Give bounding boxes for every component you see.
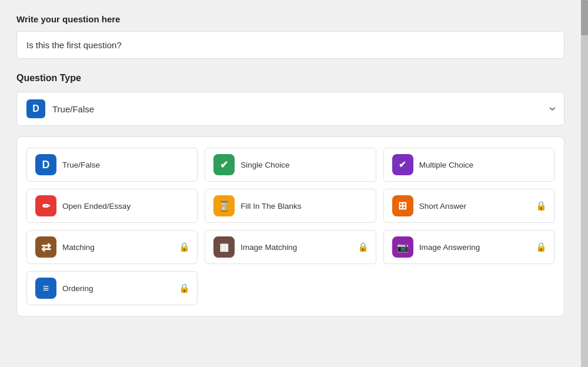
type-item-fill-blanks[interactable]: ⌛ Fill In The Blanks [205, 189, 376, 223]
lock-icon: 🔒 [536, 242, 547, 252]
type-selector-dropdown[interactable]: D True/False › [16, 92, 564, 126]
selected-type-icon: D [26, 99, 45, 118]
type-selector-left: D True/False [26, 99, 94, 118]
fill-blanks-label: Fill In The Blanks [240, 202, 367, 211]
lock-icon: 🔒 [179, 242, 190, 252]
scrollbar[interactable] [581, 0, 588, 367]
chevron-down-icon: › [544, 106, 560, 111]
type-item-image-answering[interactable]: 📷 Image Answering 🔒 [383, 230, 554, 264]
lock-icon: 🔒 [536, 201, 547, 211]
type-item-true-false[interactable]: D True/False [26, 148, 198, 182]
scrollbar-thumb[interactable] [581, 0, 588, 35]
image-matching-icon: ▦ [213, 236, 235, 258]
question-type-dropdown-panel: D True/False ✔ Single Choice ✔ Multiple … [16, 136, 564, 316]
type-item-ordering[interactable]: ≡ Ordering 🔒 [26, 271, 198, 305]
lock-icon: 🔒 [179, 283, 190, 293]
ordering-icon: ≡ [35, 278, 56, 299]
open-ended-label: Open Ended/Essay [62, 202, 189, 211]
image-matching-label: Image Matching [240, 243, 367, 252]
type-item-image-matching[interactable]: ▦ Image Matching 🔒 [205, 230, 376, 264]
question-input[interactable] [16, 31, 564, 59]
selected-type-text: True/False [52, 104, 94, 114]
short-answer-label: Short Answer [419, 202, 546, 211]
short-answer-icon: ⊞ [392, 195, 413, 216]
lock-icon: 🔒 [358, 242, 369, 252]
open-ended-icon: ✏ [35, 195, 56, 216]
image-answering-icon: 📷 [392, 236, 413, 258]
question-label: Write your question here [16, 14, 564, 24]
main-content: Write your question here Question Type D… [0, 0, 581, 367]
image-answering-label: Image Answering [419, 243, 546, 252]
type-item-short-answer[interactable]: ⊞ Short Answer 🔒 [383, 189, 554, 223]
type-item-open-ended[interactable]: ✏ Open Ended/Essay [26, 189, 198, 223]
fill-blanks-icon: ⌛ [213, 195, 235, 216]
single-choice-icon: ✔ [213, 154, 235, 175]
type-item-single-choice[interactable]: ✔ Single Choice [205, 148, 376, 182]
true-false-label: True/False [62, 161, 189, 169]
matching-icon: ⇄ [35, 236, 56, 258]
multiple-choice-icon: ✔ [392, 154, 413, 175]
type-item-matching[interactable]: ⇄ Matching 🔒 [26, 230, 198, 264]
true-false-icon: D [35, 154, 56, 175]
types-grid: D True/False ✔ Single Choice ✔ Multiple … [26, 148, 554, 305]
matching-label: Matching [62, 243, 189, 252]
multiple-choice-label: Multiple Choice [419, 161, 546, 169]
single-choice-label: Single Choice [240, 161, 367, 169]
question-type-label: Question Type [16, 73, 564, 84]
ordering-label: Ordering [62, 284, 189, 293]
type-item-multiple-choice[interactable]: ✔ Multiple Choice [383, 148, 554, 182]
